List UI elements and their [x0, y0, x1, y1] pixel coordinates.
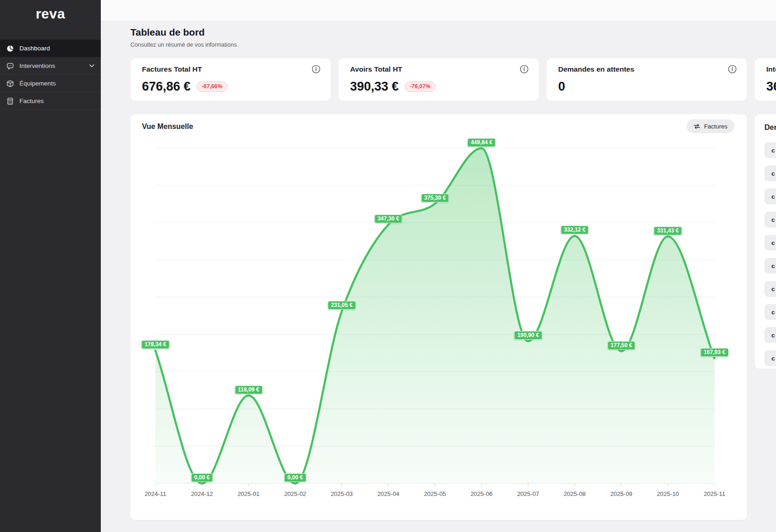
stat-card-label: Demandes en attentes: [558, 65, 634, 73]
chart-canvas: [130, 114, 747, 520]
x-axis-label: 2025-05: [424, 490, 446, 497]
x-axis-label: 2025-03: [331, 490, 353, 497]
list-item-label: c: [771, 263, 775, 269]
list-item[interactable]: c: [764, 142, 776, 158]
top-header-bar: [101, 0, 776, 21]
pie-chart-icon: [6, 45, 14, 52]
x-axis-label: 2025-06: [470, 490, 493, 497]
list-item-label: c: [771, 309, 775, 316]
list-item-label: c: [771, 193, 775, 200]
stat-cards-row: Factures Total HT676,86 €-67,66%Avoirs T…: [130, 58, 776, 101]
data-label-pill: 118,09 €: [234, 385, 262, 394]
sidebar-item-label: Dashboard: [19, 45, 50, 52]
calculator-icon: [6, 98, 14, 105]
list-item[interactable]: c: [764, 304, 776, 320]
sidebar-item-factures[interactable]: Factures: [0, 92, 101, 110]
x-axis-label: 2025-01: [238, 490, 260, 497]
stat-card-value: 390,33 €: [350, 79, 399, 94]
app-logo: reva: [0, 0, 101, 22]
list-item[interactable]: c: [764, 258, 776, 274]
data-label-pill: 178,34 €: [142, 340, 170, 349]
sidebar: reva Dashboard Interventions: [0, 0, 101, 532]
data-label-pill: 332,12 €: [560, 226, 589, 234]
x-axis-label: 2025-10: [657, 490, 679, 497]
list-item[interactable]: c: [764, 189, 776, 204]
sidebar-item-label: Factures: [19, 98, 44, 104]
list-item-label: c: [771, 170, 775, 177]
info-icon[interactable]: [312, 65, 320, 73]
page-title: Tableau de bord: [130, 27, 205, 38]
list-item[interactable]: c: [764, 350, 776, 366]
data-label-pill: 347,30 €: [374, 214, 402, 223]
data-label-pill: 375,30 €: [421, 194, 449, 202]
stat-card: Factures Total HT676,86 €-67,66%: [130, 58, 331, 101]
stat-card-label: Avoirs Total HT: [350, 65, 402, 73]
x-axis-label: 2025-07: [517, 490, 539, 497]
list-item-label: c: [771, 147, 775, 154]
list-item[interactable]: c: [764, 235, 776, 251]
x-axis-label: 2025-09: [610, 490, 633, 497]
list-item-label: c: [771, 355, 775, 362]
stat-card-value: 36: [766, 79, 776, 94]
list-item[interactable]: c: [764, 165, 776, 181]
right-panel-list: cccccccccc: [764, 142, 776, 373]
percent-change-badge: -67,66%: [197, 81, 228, 92]
x-axis-label: 2025-02: [284, 490, 306, 497]
monthly-area-chart: 178,34 €0,00 €118,09 €0,00 €231,05 €347,…: [130, 114, 747, 520]
list-item-label: c: [771, 332, 775, 339]
data-label-pill: 331,43 €: [654, 226, 682, 235]
list-item[interactable]: c: [764, 281, 776, 297]
x-axis-label: 2024-11: [145, 490, 166, 497]
chevron-down-icon: [89, 64, 94, 67]
sidebar-item-label: Équipements: [19, 80, 56, 87]
data-label-pill: 190,90 €: [514, 331, 542, 340]
x-axis-label: 2025-11: [704, 490, 726, 497]
percent-change-badge: -76,07%: [405, 81, 436, 92]
list-item-label: c: [771, 216, 775, 223]
stat-card: Inte36: [755, 58, 776, 101]
page-subtitle: Consultez un résumé de vos informations.: [130, 42, 238, 48]
data-label-pill: 0,00 €: [284, 473, 306, 482]
stat-card-label: Inte: [766, 65, 776, 73]
right-panel-title: Der: [764, 123, 776, 132]
list-item-label: c: [771, 239, 775, 246]
sidebar-item-dashboard[interactable]: Dashboard: [0, 40, 101, 57]
info-icon[interactable]: [520, 65, 529, 73]
stat-card-label: Factures Total HT: [142, 65, 202, 73]
sidebar-item-interventions[interactable]: Interventions: [0, 57, 101, 75]
sidebar-nav: Dashboard Interventions Équipements: [0, 40, 101, 110]
x-axis-label: 2025-08: [564, 490, 586, 497]
chat-bubble-icon: [6, 62, 14, 70]
monthly-view-card: Vue Mensuelle Factures 178,34 €0,00 €118…: [130, 114, 747, 520]
list-item[interactable]: c: [764, 212, 776, 227]
right-panel: Der cccccccccc: [755, 114, 776, 369]
data-label-pill: 177,50 €: [607, 341, 635, 350]
list-item[interactable]: c: [764, 327, 776, 343]
stat-card: Demandes en attentes0: [547, 58, 747, 101]
data-label-pill: 449,84 €: [468, 138, 496, 147]
package-icon: [6, 80, 14, 87]
info-icon[interactable]: [728, 65, 737, 73]
sidebar-item-equipements[interactable]: Équipements: [0, 75, 101, 92]
data-label-pill: 167,93 €: [701, 348, 729, 357]
stat-card-value: 676,86 €: [142, 79, 191, 94]
x-axis-label: 2024-12: [191, 490, 213, 497]
list-item-label: c: [771, 286, 775, 293]
stat-card: Avoirs Total HT390,33 €-76,07%: [339, 58, 539, 101]
data-label-pill: 0,00 €: [191, 473, 213, 482]
stat-card-value: 0: [558, 79, 565, 94]
data-label-pill: 231,05 €: [328, 301, 356, 310]
x-axis-label: 2025-04: [377, 490, 400, 497]
sidebar-item-label: Interventions: [19, 62, 55, 69]
